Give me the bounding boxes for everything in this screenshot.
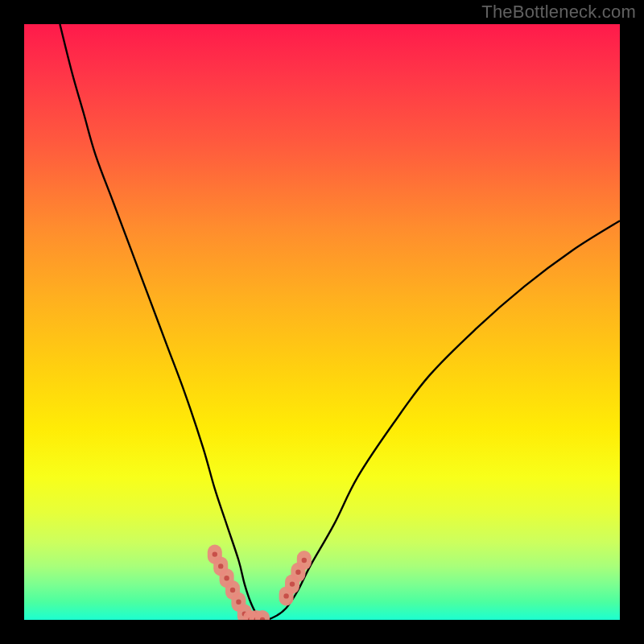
chart-svg [24, 24, 620, 620]
chart-frame: TheBottleneck.com [0, 0, 644, 644]
curve-marker [297, 551, 312, 570]
svg-point-25 [302, 558, 307, 563]
watermark-text: TheBottleneck.com [481, 2, 636, 23]
svg-point-19 [283, 593, 288, 598]
marker-layer [208, 545, 312, 620]
svg-point-7 [230, 588, 235, 592]
svg-point-9 [236, 600, 241, 605]
plot-area [24, 24, 620, 620]
curve-layer [60, 24, 620, 620]
bottleneck-curve [60, 24, 620, 620]
svg-point-5 [224, 576, 229, 580]
svg-point-23 [295, 570, 300, 575]
svg-point-3 [218, 564, 223, 568]
svg-point-1 [213, 551, 217, 556]
svg-point-21 [290, 581, 295, 586]
